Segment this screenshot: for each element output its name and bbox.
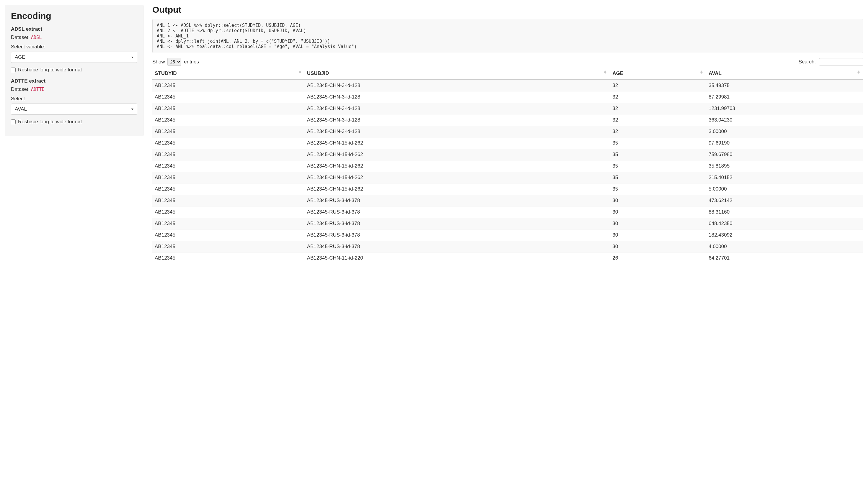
adsl-extract-section: ADSL extract Dataset: ADSL Select variab…	[11, 26, 137, 73]
adsl-select-label: Select variable:	[11, 44, 137, 50]
adtte-dataset-label: Dataset:	[11, 87, 31, 92]
table-cell: 35	[610, 183, 706, 195]
adtte-variable-select[interactable]: AVAL	[11, 103, 137, 115]
table-cell: 35.81895	[706, 161, 863, 172]
table-row: AB12345AB12345-RUS-3-id-378304.00000	[153, 241, 863, 252]
table-cell: 30	[610, 206, 706, 218]
adtte-dataset-value: ADTTE	[31, 87, 44, 92]
table-cell: AB12345	[153, 149, 305, 161]
table-cell: 87.29981	[706, 92, 863, 103]
table-row: AB12345AB12345-CHN-3-id-128323.00000	[153, 126, 863, 138]
table-cell: 35.49375	[706, 80, 863, 92]
output-title: Output	[153, 5, 863, 15]
table-cell: AB12345	[153, 126, 305, 138]
entries-select[interactable]: 25	[167, 58, 181, 66]
table-row: AB12345AB12345-CHN-3-id-128321231.99703	[153, 103, 863, 115]
table-cell: AB12345	[153, 241, 305, 252]
adsl-select-value: AGE	[15, 54, 25, 60]
table-row: AB12345AB12345-CHN-15-id-26235215.40152	[153, 172, 863, 183]
table-cell: 759.67980	[706, 149, 863, 161]
table-header: STUDYIDUSUBJIDAGEAVAL	[153, 68, 863, 80]
adsl-dataset-label: Dataset:	[11, 34, 31, 40]
data-table: STUDYIDUSUBJIDAGEAVAL AB12345AB12345-CHN…	[153, 68, 863, 264]
table-cell: AB12345	[153, 195, 305, 206]
table-cell: AB12345-CHN-15-id-262	[305, 183, 610, 195]
sort-icon	[299, 71, 301, 74]
encoding-panel: Encoding ADSL extract Dataset: ADSL Sele…	[5, 5, 143, 136]
adsl-reshape-checkbox-row[interactable]: Reshape long to wide format	[11, 67, 137, 73]
adtte-reshape-checkbox-row[interactable]: Reshape long to wide format	[11, 119, 137, 125]
table-row: AB12345AB12345-CHN-15-id-2623535.81895	[153, 161, 863, 172]
table-row: AB12345AB12345-CHN-3-id-1283235.49375	[153, 80, 863, 92]
table-cell: 30	[610, 195, 706, 206]
adsl-reshape-label: Reshape long to wide format	[18, 67, 82, 73]
table-cell: 35	[610, 161, 706, 172]
adtte-select-value: AVAL	[15, 106, 27, 112]
adtte-reshape-checkbox[interactable]	[11, 120, 16, 124]
table-cell: 30	[610, 218, 706, 229]
table-cell: 30	[610, 241, 706, 252]
table-row: AB12345AB12345-CHN-15-id-26235759.67980	[153, 149, 863, 161]
table-cell: 35	[610, 138, 706, 149]
table-cell: AB12345	[153, 115, 305, 126]
table-cell: AB12345-RUS-3-id-378	[305, 206, 610, 218]
caret-down-icon	[131, 57, 134, 58]
table-cell: 473.62142	[706, 195, 863, 206]
sort-icon	[858, 71, 860, 74]
column-header-aval[interactable]: AVAL	[706, 68, 863, 80]
show-entries: Show 25 entries	[153, 58, 199, 66]
table-cell: AB12345-RUS-3-id-378	[305, 229, 610, 241]
column-header-usubjid[interactable]: USUBJID	[305, 68, 610, 80]
table-row: AB12345AB12345-CHN-3-id-12832363.04230	[153, 115, 863, 126]
table-row: AB12345AB12345-RUS-3-id-37830473.62142	[153, 195, 863, 206]
search-input[interactable]	[819, 58, 863, 66]
table-cell: AB12345-CHN-3-id-128	[305, 80, 610, 92]
table-cell: 182.43092	[706, 229, 863, 241]
table-cell: 35	[610, 172, 706, 183]
adsl-dataset-value: ADSL	[31, 35, 42, 40]
output-panel: Output ANL_1 <- ADSL %>% dplyr::select(S…	[143, 5, 863, 264]
table-cell: AB12345-RUS-3-id-378	[305, 218, 610, 229]
table-row: AB12345AB12345-CHN-15-id-262355.00000	[153, 183, 863, 195]
table-controls: Show 25 entries Search:	[153, 58, 863, 66]
table-cell: AB12345-CHN-11-id-220	[305, 252, 610, 264]
sort-icon	[700, 71, 703, 74]
table-cell: AB12345-CHN-15-id-262	[305, 161, 610, 172]
code-block: ANL_1 <- ADSL %>% dplyr::select(STUDYID,…	[153, 19, 863, 53]
adtte-heading: ADTTE extract	[11, 78, 137, 84]
column-header-studyid[interactable]: STUDYID	[153, 68, 305, 80]
table-row: AB12345AB12345-CHN-11-id-2202664.27701	[153, 252, 863, 264]
table-cell: 5.00000	[706, 183, 863, 195]
table-cell: AB12345	[153, 138, 305, 149]
table-cell: 363.04230	[706, 115, 863, 126]
table-cell: 64.27701	[706, 252, 863, 264]
adtte-dataset-line: Dataset: ADTTE	[11, 87, 137, 92]
caret-down-icon	[131, 108, 134, 110]
table-cell: 97.69190	[706, 138, 863, 149]
table-cell: AB12345	[153, 206, 305, 218]
table-cell: AB12345	[153, 252, 305, 264]
table-row: AB12345AB12345-CHN-3-id-1283287.29981	[153, 92, 863, 103]
table-cell: AB12345	[153, 183, 305, 195]
table-cell: 30	[610, 229, 706, 241]
table-cell: 4.00000	[706, 241, 863, 252]
table-cell: 32	[610, 115, 706, 126]
table-cell: 32	[610, 92, 706, 103]
table-cell: 215.40152	[706, 172, 863, 183]
table-cell: 1231.99703	[706, 103, 863, 115]
adsl-variable-select[interactable]: AGE	[11, 52, 137, 63]
table-cell: 648.42350	[706, 218, 863, 229]
adsl-reshape-checkbox[interactable]	[11, 68, 16, 72]
encoding-title: Encoding	[11, 11, 137, 21]
adtte-extract-section: ADTTE extract Dataset: ADTTE Select AVAL…	[11, 78, 137, 125]
sort-icon	[604, 71, 606, 74]
table-cell: 32	[610, 103, 706, 115]
column-header-age[interactable]: AGE	[610, 68, 706, 80]
adtte-reshape-label: Reshape long to wide format	[18, 119, 82, 125]
table-cell: 32	[610, 126, 706, 138]
adsl-heading: ADSL extract	[11, 26, 137, 32]
table-body: AB12345AB12345-CHN-3-id-1283235.49375AB1…	[153, 80, 863, 264]
table-cell: AB12345	[153, 103, 305, 115]
table-cell: 35	[610, 149, 706, 161]
table-row: AB12345AB12345-RUS-3-id-3783088.31160	[153, 206, 863, 218]
